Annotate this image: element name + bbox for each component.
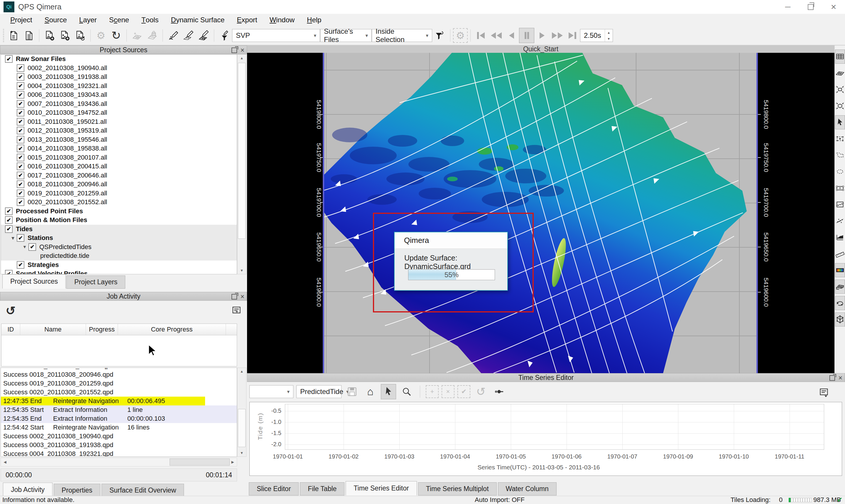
log-row[interactable]: 12:54:35 EndExtract Information00:00:00.… xyxy=(1,414,237,423)
tree-checkbox[interactable]: ✔ xyxy=(5,208,13,215)
tree-item-0013-20110308-195546-all[interactable]: ✔0013_20110308_195546.all xyxy=(1,135,237,144)
tree-checkbox[interactable]: ✔ xyxy=(17,127,24,134)
add-selection-button[interactable]: + xyxy=(426,385,439,398)
spin-down-icon[interactable]: ▼ xyxy=(605,36,613,42)
tree-item-0016-20110308-200415-all[interactable]: ✔0016_20110308_200415.all xyxy=(1,162,237,171)
tree-item-0012-20110308-195319-all[interactable]: ✔0012_20110308_195319.all xyxy=(1,126,237,135)
tree-item-0010-20110308-194752-all[interactable]: ✔0010_20110308_194752.all xyxy=(1,108,237,118)
log-row[interactable]: Success 0017_20110308_200646.qpd xyxy=(1,367,237,370)
tree-item-0019-20110308-201259-all[interactable]: ✔0019_20110308_201259.all xyxy=(1,189,237,198)
column-header-core-progress[interactable]: Core Progress xyxy=(118,324,226,335)
time-series-header[interactable]: Time Series Editor × xyxy=(247,373,845,382)
tree-item-position-motion-files[interactable]: ✔Position & Motion Files xyxy=(1,216,237,225)
tree-checkbox[interactable]: ✔ xyxy=(17,154,24,161)
column-header-id[interactable]: ID xyxy=(1,324,20,335)
files-scope-combo[interactable]: Surface's Files ▾ xyxy=(320,29,372,42)
scroll-down-icon[interactable]: ▼ xyxy=(237,267,246,274)
home-view-button[interactable]: ⌂ xyxy=(363,384,378,399)
minimize-button[interactable]: ─ xyxy=(776,0,799,14)
tab-file-table[interactable]: File Table xyxy=(300,482,344,496)
patch-slope-button[interactable] xyxy=(835,197,845,212)
float-panel-icon[interactable] xyxy=(232,48,237,53)
close-panel-icon[interactable]: × xyxy=(839,374,842,382)
tree-item-0007-20110308-193436-all[interactable]: ✔0007_20110308_193436.all xyxy=(1,100,237,109)
open-project-button[interactable] xyxy=(21,28,36,43)
float-panel-icon[interactable] xyxy=(829,375,835,381)
edit-grid-button[interactable] xyxy=(196,28,211,43)
add-raw-sonar-button[interactable] xyxy=(42,28,57,43)
menu-dynamic-surface[interactable]: Dynamic Surface xyxy=(165,14,231,26)
expander-icon[interactable]: ▾ xyxy=(9,235,17,241)
tree-item-0003-20110308-191938-all[interactable]: ✔0003_20110308_191938.all xyxy=(1,72,237,82)
skip-to-start-button[interactable] xyxy=(473,28,488,43)
play-button[interactable] xyxy=(534,28,550,43)
rotate-view-button[interactable] xyxy=(835,296,845,310)
tree-item-stations[interactable]: ▾✔Stations xyxy=(1,234,237,242)
tree-item-processed-point-files[interactable]: ✔Processed Point Files xyxy=(1,207,237,216)
tab-project-sources[interactable]: Project Sources xyxy=(2,274,66,289)
refresh-button[interactable]: ↻ xyxy=(109,28,124,43)
add-processed-points-button[interactable] xyxy=(57,28,72,43)
tree-checkbox[interactable]: ✔ xyxy=(17,180,24,188)
filter-surface-button[interactable] xyxy=(129,28,145,43)
tree-item-0014-20110308-195838-all[interactable]: ✔0014_20110308_195838.all xyxy=(1,144,237,153)
tree-item-0006-20110308-193043-all[interactable]: ✔0006_20110308_193043.all xyxy=(1,90,237,100)
select-lasso-button[interactable] xyxy=(835,165,845,179)
playback-interval-spinbox[interactable]: 2.50s ▲▼ xyxy=(580,29,613,42)
tree-checkbox[interactable]: ✔ xyxy=(17,73,24,81)
tab-job-activity[interactable]: Job Activity xyxy=(3,483,53,497)
tab-surface-edit-overview[interactable]: Surface Edit Overview xyxy=(102,484,184,497)
series-combo[interactable]: PredictedTide ▾ xyxy=(296,385,342,398)
tree-checkbox[interactable]: ✔ xyxy=(17,118,24,126)
select-polygon-button[interactable] xyxy=(835,148,845,162)
tree-checkbox[interactable]: ✔ xyxy=(17,198,24,206)
tree-item-sound-velocity-profiles[interactable]: ✔Sound Velocity Profiles xyxy=(1,269,237,274)
select-rectangle-button[interactable] xyxy=(835,132,845,146)
retry-job-button[interactable]: ↺ xyxy=(3,303,18,318)
tree-item-0017-20110308-200646-all[interactable]: ✔0017_20110308_200646.all xyxy=(1,171,237,180)
tab-time-series-multiplot[interactable]: Time Series Multiplot xyxy=(418,482,497,496)
log-row[interactable]: Success 0004_20110308_192321.qpd xyxy=(1,449,237,457)
step-back-button[interactable] xyxy=(504,28,519,43)
tree-item-qspredictedtides[interactable]: ▾✔QSPredictedTides xyxy=(1,242,237,252)
cube-vertices-button[interactable] xyxy=(835,312,845,326)
selection-filter-button[interactable] xyxy=(432,28,447,43)
close-panel-icon[interactable]: × xyxy=(240,293,245,301)
scrollbar-thumb[interactable] xyxy=(238,409,246,447)
expander-icon[interactable]: ▾ xyxy=(21,244,29,250)
log-row[interactable]: Success 0018_20110308_200946.qpd xyxy=(1,370,237,379)
bathymetry-map[interactable]: 5419800.05419800.05419750.05419750.05419… xyxy=(247,53,834,373)
grid-view-button[interactable] xyxy=(835,50,845,64)
progress-dialog[interactable]: Qimera Update Surface: DynamicSurface.gr… xyxy=(394,232,508,291)
tree-item-0015-20110308-200107-all[interactable]: ✔0015_20110308_200107.all xyxy=(1,153,237,162)
new-project-button[interactable] xyxy=(6,28,21,43)
log-row[interactable]: Success 0020_20110308_201552.qpd xyxy=(1,388,237,397)
zoom-extents-3d-button[interactable] xyxy=(835,99,845,113)
plane-view-button[interactable] xyxy=(835,66,845,80)
job-activity-header[interactable]: Job Activity × xyxy=(0,292,247,301)
tree-checkbox[interactable]: ✔ xyxy=(5,270,13,274)
skip-to-end-button[interactable] xyxy=(565,28,580,43)
tab-properties[interactable]: Properties xyxy=(54,484,100,497)
project-sources-header[interactable]: Project Sources × xyxy=(0,46,247,54)
layer-combo[interactable]: ▾ xyxy=(249,385,293,398)
edit-points-button[interactable] xyxy=(181,28,196,43)
zoom-mode-button[interactable] xyxy=(399,384,414,399)
processing-settings-button[interactable]: ⚙ xyxy=(93,28,109,43)
tree-scrollbar[interactable]: ▲ ▼ xyxy=(237,54,247,274)
tree-checkbox[interactable]: ✔ xyxy=(17,100,24,108)
link-series-button[interactable] xyxy=(491,384,507,399)
tab-water-column[interactable]: Water Column xyxy=(498,482,557,496)
tree-item-0002-20110308-190940-all[interactable]: ✔0002_20110308_190940.all xyxy=(1,64,237,73)
fast-forward-button[interactable] xyxy=(550,28,565,43)
log-horizontal-scrollbar[interactable]: ◀ ▶ xyxy=(1,458,237,466)
tree-checkbox[interactable]: ✔ xyxy=(17,91,24,98)
tree-checkbox[interactable]: ✔ xyxy=(5,55,13,63)
select-cursor-button[interactable] xyxy=(835,115,845,129)
tree-checkbox[interactable]: ✔ xyxy=(5,225,13,233)
pointer-mode-button[interactable] xyxy=(381,384,396,399)
log-row[interactable]: Success 0003_20110308_191938.qpd xyxy=(1,440,237,449)
tab-time-series-editor[interactable]: Time Series Editor xyxy=(346,481,417,496)
profile-chart-button[interactable] xyxy=(835,230,845,245)
scroll-right-icon[interactable]: ▶ xyxy=(229,458,237,466)
